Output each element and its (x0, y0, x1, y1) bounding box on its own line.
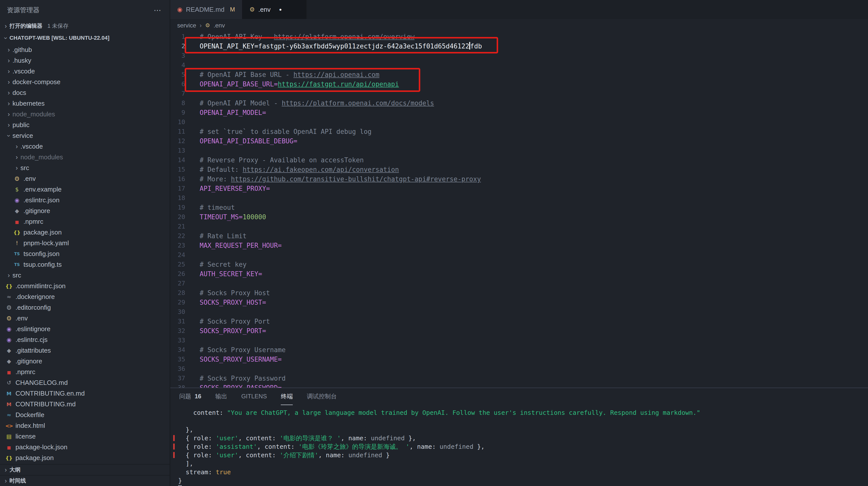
tree-item[interactable]: ▪.npmrc (0, 367, 170, 377)
code-line[interactable]: 19# timeout (170, 203, 868, 212)
code-line[interactable]: 28# Socks Proxy Host (170, 288, 868, 298)
tree-item[interactable]: ↺CHANGELOG.md (0, 377, 170, 388)
tree-item[interactable]: ›src (0, 163, 170, 173)
panel-tab-terminal[interactable]: 终端 (281, 388, 293, 405)
tree-item[interactable]: {}.commitlintrc.json (0, 281, 170, 291)
tree-item[interactable]: ⚙.env (0, 173, 170, 184)
tree-item[interactable]: TStsup.config.ts (0, 259, 170, 270)
tree-item[interactable]: ⚙.editorconfig (0, 302, 170, 313)
code-line[interactable]: 1# OpenAI API Key - https://platform.ope… (170, 32, 868, 41)
outline-section[interactable]: › 大纲 (0, 464, 170, 475)
tree-item[interactable]: MCONTRIBUTING.md (0, 399, 170, 409)
code-line[interactable]: 38SOCKS_PROXY_PASSWORD= (170, 383, 868, 388)
open-editors-label: 打开的编辑器 (9, 22, 42, 30)
code-line[interactable]: 4 (170, 60, 868, 70)
code-line[interactable]: 8# OpenAI API Model - https://platform.o… (170, 98, 868, 108)
code-line[interactable]: 13 (170, 146, 868, 155)
code-line[interactable]: 37# Socks Proxy Password (170, 374, 868, 383)
code-line[interactable]: 6OPENAI_API_BASE_URL=https://fastgpt.run… (170, 79, 868, 89)
open-editors-section[interactable]: › 打开的编辑器 1 未保存 (0, 20, 170, 32)
tab-readme[interactable]: ◉README.mdM (170, 0, 243, 19)
code-line[interactable]: 29SOCKS_PROXY_HOST= (170, 298, 868, 307)
tab-env[interactable]: ⚙.env● (243, 0, 307, 19)
tree-item[interactable]: MCONTRIBUTING.en.md (0, 388, 170, 399)
tree-item[interactable]: ▪package-lock.json (0, 442, 170, 453)
tree-item[interactable]: ›node_modules (0, 109, 170, 120)
tree-item[interactable]: ›.husky (0, 55, 170, 66)
code-line[interactable]: 11# set `true` to disable OpenAI API deb… (170, 127, 868, 136)
html-icon: <> (5, 423, 13, 429)
code-line[interactable]: 31# Socks Proxy Port (170, 317, 868, 326)
tree-item[interactable]: ≈Dockerfile (0, 409, 170, 420)
panel-tab-output[interactable]: 输出 (215, 388, 227, 405)
tree-item[interactable]: ›public (0, 120, 170, 131)
terminal-output[interactable]: content: "You are ChatGPT, a large langu… (170, 405, 868, 486)
tree-item[interactable]: ▤license (0, 431, 170, 442)
code-editor[interactable]: 1# OpenAI API Key - https://platform.ope… (170, 32, 868, 388)
tree-item[interactable]: ›.vscode (0, 141, 170, 152)
breadcrumb-folder[interactable]: service (177, 22, 196, 29)
code-line[interactable]: 12OPENAI_API_DISABLE_DEBUG= (170, 136, 868, 146)
code-line[interactable]: 15# Default: https://ai.fakeopen.com/api… (170, 165, 868, 174)
tree-item[interactable]: TStsconfig.json (0, 249, 170, 259)
code-line[interactable]: 26AUTH_SECRET_KEY= (170, 269, 868, 279)
tree-item[interactable]: {}package.json (0, 453, 170, 463)
code-line[interactable]: 3 (170, 51, 868, 60)
tree-item[interactable]: ▪.npmrc (0, 216, 170, 227)
code-line[interactable]: 25# Secret key (170, 260, 868, 269)
panel-tab-problems[interactable]: 问题16 (179, 388, 202, 405)
tree-item[interactable]: ›kubernetes (0, 98, 170, 109)
code-line[interactable]: 34# Socks Proxy Username (170, 345, 868, 355)
code-line[interactable]: 30 (170, 307, 868, 317)
tree-item[interactable]: ◉.eslintrc.cjs (0, 335, 170, 345)
code-line[interactable]: 22# Rate Limit (170, 231, 868, 241)
breadcrumb[interactable]: service › ⚙ .env (170, 19, 868, 32)
code-line[interactable]: 14# Reverse Proxy - Available on accessT… (170, 155, 868, 165)
tree-item[interactable]: ◉.eslintignore (0, 324, 170, 335)
tree-item[interactable]: ◆.gitignore (0, 205, 170, 216)
tree-item[interactable]: !pnpm-lock.yaml (0, 238, 170, 249)
tree-item-label: .dockerignore (16, 293, 55, 301)
tree-item[interactable]: ›.github (0, 45, 170, 55)
code-line[interactable]: 23MAX_REQUEST_PER_HOUR= (170, 241, 868, 250)
code-line[interactable]: 2OPENAI_API_KEY=fastgpt-y6b3axfbdd5wyp01… (170, 41, 868, 51)
tree-item[interactable]: <>index.html (0, 420, 170, 431)
panel-tab-debug-console[interactable]: 调试控制台 (307, 388, 337, 405)
code-line[interactable]: 24 (170, 250, 868, 260)
code-line[interactable]: 36 (170, 364, 868, 374)
project-section[interactable]: › CHATGPT-WEB [WSL: UBUNTU-22.04] (0, 32, 170, 44)
tree-item[interactable]: ⚙.env (0, 313, 170, 324)
tree-item[interactable]: ◉.eslintrc.json (0, 195, 170, 205)
code-line[interactable]: 32SOCKS_PROXY_PORT= (170, 326, 868, 336)
license-icon: ▤ (5, 433, 13, 439)
tree-item[interactable]: ›.vscode (0, 66, 170, 77)
tree-item[interactable]: ›service (0, 131, 170, 141)
tree-item[interactable]: ›docker-compose (0, 77, 170, 87)
more-actions-icon[interactable]: ⋯ (154, 6, 162, 15)
tree-item[interactable]: ◆.gitattributes (0, 345, 170, 356)
explorer-sidebar: 资源管理器 ⋯ › 打开的编辑器 1 未保存 › CHATGPT-WEB [WS… (0, 0, 170, 486)
code-line[interactable]: 17API_REVERSE_PROXY= (170, 184, 868, 193)
code-line[interactable]: 5# OpenAI API Base URL - https://api.ope… (170, 70, 868, 79)
code-line[interactable]: 20TIMEOUT_MS=100000 (170, 212, 868, 222)
code-line[interactable]: 16# More: https://github.com/transitive-… (170, 174, 868, 184)
code-line[interactable]: 10 (170, 117, 868, 127)
breadcrumb-file[interactable]: .env (214, 22, 225, 29)
timeline-section[interactable]: › 时间线 (0, 475, 170, 486)
tree-item[interactable]: ≈.dockerignore (0, 291, 170, 302)
tree-item[interactable]: ◆.gitignore (0, 356, 170, 367)
tree-item[interactable]: ›src (0, 270, 170, 281)
code-line[interactable]: 21 (170, 222, 868, 231)
tree-item[interactable]: $.env.example (0, 184, 170, 195)
code-line[interactable]: 7 (170, 89, 868, 98)
code-line[interactable]: 35SOCKS_PROXY_USERNAME= (170, 355, 868, 364)
code-line[interactable]: 9OPENAI_API_MODEL= (170, 108, 868, 117)
code-line[interactable]: 33 (170, 336, 868, 345)
code-line[interactable]: 18 (170, 193, 868, 203)
tree-item[interactable]: ›docs (0, 87, 170, 98)
tree-item[interactable]: ›node_modules (0, 152, 170, 163)
panel-tab-gitlens[interactable]: GITLENS (241, 388, 267, 405)
code-line[interactable]: 27 (170, 279, 868, 288)
file-tree: ›.github›.husky›.vscode›docker-compose›d… (0, 44, 170, 486)
tree-item[interactable]: {}package.json (0, 227, 170, 238)
